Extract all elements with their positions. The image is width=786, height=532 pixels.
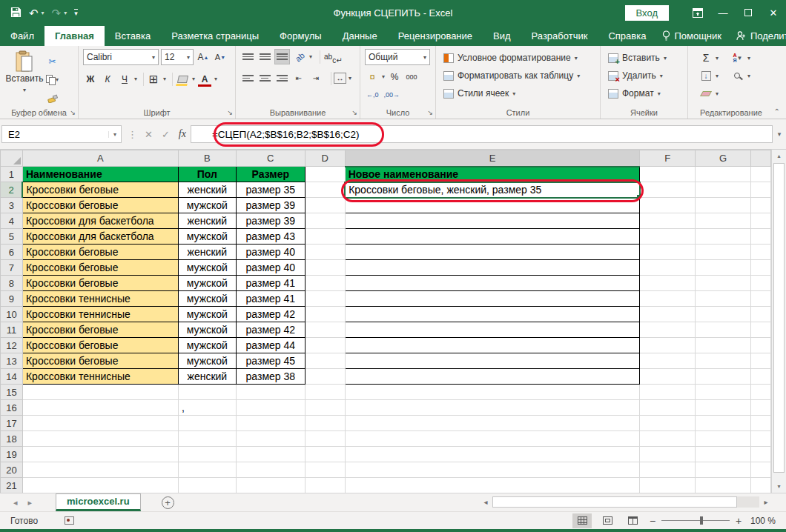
row-header-19[interactable]: 19 bbox=[1, 447, 23, 462]
cell-G15[interactable] bbox=[696, 385, 751, 400]
page-layout-view-button[interactable] bbox=[598, 513, 617, 528]
cell-C7[interactable]: размер 40 bbox=[236, 260, 305, 276]
cell-C12[interactable]: размер 44 bbox=[236, 338, 305, 353]
font-size-combo[interactable]: 12▾ bbox=[161, 49, 194, 65]
cell-B5[interactable]: мужской bbox=[178, 229, 236, 245]
cell-D4[interactable] bbox=[305, 213, 345, 229]
cell-G17[interactable] bbox=[696, 416, 751, 431]
scroll-left-icon[interactable]: ◂ bbox=[480, 498, 491, 506]
cell-B20[interactable] bbox=[178, 462, 236, 478]
cell-D5[interactable] bbox=[305, 229, 345, 245]
tab-5[interactable]: Данные bbox=[332, 26, 388, 46]
save-icon[interactable] bbox=[10, 7, 22, 19]
cell-A11[interactable]: Кроссовки беговые bbox=[22, 322, 178, 338]
formula-input[interactable]: =СЦЕП(A2;$B$16;B2;$B$16;C2) bbox=[191, 125, 773, 143]
cell-G16[interactable] bbox=[696, 400, 751, 416]
column-header-partial[interactable] bbox=[750, 150, 770, 167]
cell-H18[interactable] bbox=[750, 431, 770, 447]
cell-F9[interactable] bbox=[640, 291, 696, 307]
cell-A14[interactable]: Кроссовки теннисные bbox=[22, 369, 178, 385]
cell-E2[interactable]: Кроссовки беговые, женский, размер 35 bbox=[345, 182, 640, 198]
cell-D6[interactable] bbox=[305, 245, 345, 260]
clear-button[interactable] bbox=[699, 86, 713, 102]
cell-H7[interactable] bbox=[750, 260, 770, 276]
column-header-F[interactable]: F bbox=[640, 150, 696, 167]
cell-G18[interactable] bbox=[696, 431, 751, 447]
cell-H13[interactable] bbox=[750, 353, 770, 369]
cell-F7[interactable] bbox=[640, 260, 696, 276]
cell-C4[interactable]: размер 39 bbox=[236, 213, 305, 229]
cell-E20[interactable] bbox=[345, 462, 640, 478]
cell-A9[interactable]: Кроссовки теннисные bbox=[22, 291, 178, 307]
cell-A10[interactable]: Кроссовки теннисные bbox=[22, 307, 178, 322]
align-bottom-button[interactable] bbox=[277, 53, 288, 60]
row-header-8[interactable]: 8 bbox=[1, 276, 23, 291]
cell-A15[interactable] bbox=[22, 385, 178, 400]
wrap-text-button[interactable]: abc↵ bbox=[323, 49, 344, 64]
underline-button[interactable]: Ч bbox=[117, 71, 132, 87]
cell-A2[interactable]: Кроссовки беговые bbox=[22, 182, 178, 198]
cell-B11[interactable]: мужской bbox=[178, 322, 236, 338]
column-header-E[interactable]: E bbox=[345, 150, 640, 167]
merge-center-button[interactable]: ↔ bbox=[334, 73, 346, 84]
clipboard-dialog-launcher-icon[interactable]: ↘ bbox=[70, 109, 76, 116]
cell-B18[interactable] bbox=[178, 431, 236, 447]
collapse-ribbon-icon[interactable]: ⌃ bbox=[774, 107, 780, 116]
zoom-level-label[interactable]: 100 % bbox=[749, 516, 780, 526]
cell-A19[interactable] bbox=[22, 447, 178, 462]
column-header-A[interactable]: A bbox=[22, 150, 178, 167]
cell-C1[interactable]: Размер bbox=[236, 167, 305, 182]
cell-H8[interactable] bbox=[750, 276, 770, 291]
fill-color-button[interactable] bbox=[175, 71, 190, 87]
cell-C17[interactable] bbox=[236, 416, 305, 431]
new-sheet-button[interactable]: + bbox=[162, 496, 174, 509]
cell-H10[interactable] bbox=[750, 307, 770, 322]
align-left-button[interactable] bbox=[242, 75, 254, 82]
name-box[interactable]: E2 ▾ bbox=[1, 125, 122, 143]
cell-E16[interactable] bbox=[345, 400, 640, 416]
cell-G13[interactable] bbox=[696, 353, 751, 369]
cell-A3[interactable]: Кроссовки беговые bbox=[22, 198, 178, 213]
column-header-C[interactable]: C bbox=[236, 150, 305, 167]
cell-F13[interactable] bbox=[640, 353, 696, 369]
macro-record-icon[interactable] bbox=[65, 516, 74, 525]
column-header-D[interactable]: D bbox=[305, 150, 345, 167]
cell-F5[interactable] bbox=[640, 229, 696, 245]
cell-H1[interactable] bbox=[750, 167, 770, 182]
cell-B1[interactable]: Пол bbox=[178, 167, 236, 182]
cell-B2[interactable]: женский bbox=[178, 182, 236, 198]
cell-F16[interactable] bbox=[640, 400, 696, 416]
cell-E9[interactable] bbox=[345, 291, 640, 307]
cell-B3[interactable]: мужской bbox=[178, 198, 236, 213]
autosum-button[interactable]: Σ bbox=[699, 50, 713, 66]
cell-E15[interactable] bbox=[345, 385, 640, 400]
align-center-button[interactable] bbox=[260, 75, 271, 82]
cell-F12[interactable] bbox=[640, 338, 696, 353]
format-painter-button[interactable] bbox=[44, 90, 60, 106]
cell-A6[interactable]: Кроссовки беговые bbox=[22, 245, 178, 260]
cell-H14[interactable] bbox=[750, 369, 770, 385]
cell-F17[interactable] bbox=[640, 416, 696, 431]
cell-C20[interactable] bbox=[236, 462, 305, 478]
cell-H5[interactable] bbox=[750, 229, 770, 245]
cell-B15[interactable] bbox=[178, 385, 236, 400]
cell-E14[interactable] bbox=[345, 369, 640, 385]
row-header-1[interactable]: 1 bbox=[1, 167, 23, 182]
cell-B12[interactable]: мужской bbox=[178, 338, 236, 353]
tab-1-active[interactable]: Главная bbox=[44, 26, 105, 46]
align-middle-button[interactable] bbox=[260, 53, 271, 60]
cell-C13[interactable]: размер 45 bbox=[236, 353, 305, 369]
next-sheet-icon[interactable]: ▸ bbox=[28, 498, 33, 508]
align-top-button[interactable] bbox=[242, 53, 254, 60]
cell-A18[interactable] bbox=[22, 431, 178, 447]
cell-D9[interactable] bbox=[305, 291, 345, 307]
cell-E4[interactable] bbox=[345, 213, 640, 229]
row-header-16[interactable]: 16 bbox=[1, 400, 23, 416]
tab-6[interactable]: Рецензирование bbox=[388, 26, 483, 46]
fill-button[interactable]: ↓ bbox=[699, 68, 713, 84]
select-all-button[interactable] bbox=[1, 150, 23, 167]
cell-F3[interactable] bbox=[640, 198, 696, 213]
cell-E10[interactable] bbox=[345, 307, 640, 322]
percent-style-button[interactable]: % bbox=[387, 69, 402, 84]
cell-D18[interactable] bbox=[305, 431, 345, 447]
